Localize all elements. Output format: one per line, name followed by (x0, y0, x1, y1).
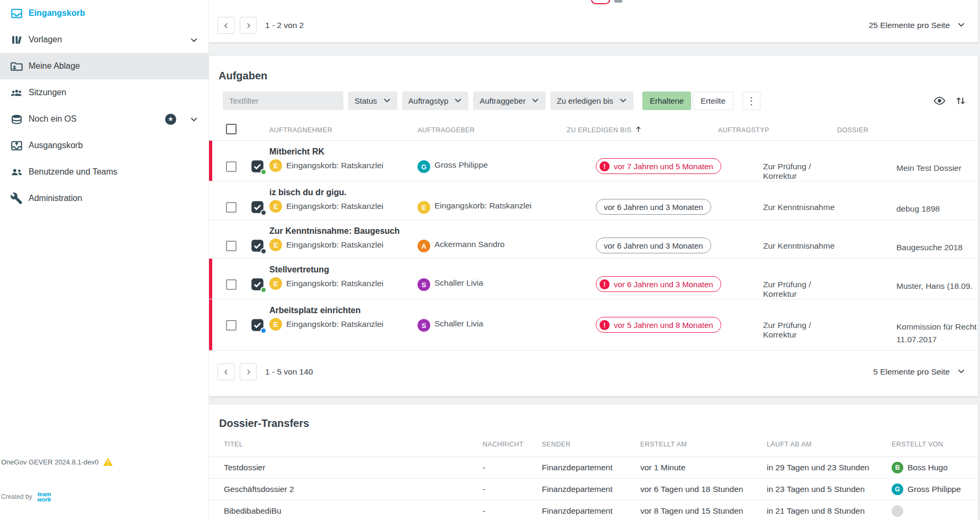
task-state-icon (250, 318, 265, 332)
visibility-icon[interactable] (933, 95, 946, 107)
dossier-cell: debug 1898 (837, 181, 978, 220)
auftraggeber-avatar: G (418, 160, 430, 173)
tasks-title: Aufgaben (209, 56, 978, 82)
warning-icon[interactable] (103, 457, 113, 467)
task-title[interactable]: Stellvertretung (269, 265, 418, 275)
per-page-select[interactable]: 25 Elemente pro Seite (869, 20, 966, 32)
filter-dropdown-auftraggeber[interactable]: Auftraggeber (473, 92, 546, 110)
creator-avatar: B (892, 462, 903, 473)
column-auftragnehmer[interactable]: AUFTRAGNEHMER (269, 126, 418, 134)
row-checkbox[interactable] (226, 202, 237, 213)
auftraggeber-avatar: S (418, 278, 430, 291)
per-page-select[interactable]: 5 Elemente pro Seite (873, 366, 966, 378)
sidebar-nav: Eingangskorb ★ Vorlagen ★ Meine Ablage ★… (0, 0, 208, 212)
table-row[interactable]: BibedibabediBu - Finanzdepartement vor 8… (209, 500, 978, 520)
transfer-erstellt-von-label: Boss Hugo (908, 463, 948, 472)
column-dossier[interactable]: DOSSIER (837, 126, 978, 134)
tasks-table-body: Mitbericht RK E Eingangskorb: Ratskanzle… (209, 141, 978, 351)
table-row[interactable]: Mitbericht RK E Eingangskorb: Ratskanzle… (209, 141, 978, 181)
chevron-down-icon (530, 95, 540, 107)
transfers-table-body: Testdossier - Finanzdepartement vor 1 Mi… (209, 457, 978, 520)
due-cell: ! vor 6 Jahren und 3 Monaten (567, 259, 718, 299)
sidebar: Eingangskorb ★ Vorlagen ★ Meine Ablage ★… (0, 0, 209, 520)
table-row[interactable]: Testdossier - Finanzdepartement vor 1 Mi… (209, 457, 978, 479)
transfer-titel[interactable]: Geschäftsdossier 2 (224, 485, 483, 494)
column-nachricht: NACHRICHT (483, 441, 542, 448)
text-filter-input[interactable] (223, 92, 343, 110)
task-title[interactable]: iz bisch du dr gigu. (269, 188, 418, 197)
filter-dropdown-status[interactable]: Status (348, 92, 397, 110)
filter-dropdown-auftragstyp[interactable]: Auftragstyp (402, 92, 469, 110)
sidebar-item-ausgangskorb[interactable]: Ausgangskorb ★ (0, 132, 208, 159)
chevron-down-icon[interactable] (189, 35, 199, 45)
sidebar-item-benutzende-und-teams[interactable]: Benutzende und Teams ★ (0, 159, 208, 185)
filter-dropdown-label: Zu erledigen bis (557, 96, 613, 105)
chevron-down-icon[interactable] (189, 114, 199, 124)
task-status-dot (260, 327, 267, 334)
table-row[interactable]: Zur Kenntnisnahme: Baugesuch E Eingangsk… (209, 220, 978, 259)
column-auftraggeber[interactable]: AUFTRAGGEBER (418, 126, 567, 134)
auftraggeber-avatar: S (418, 319, 430, 332)
sidebar-item-eingangskorb[interactable]: Eingangskorb ★ (0, 0, 208, 26)
sidebar-item-administration[interactable]: Administration ★ (0, 185, 208, 212)
table-row[interactable]: Geschäftsdossier 2 - Finanzdepartement v… (209, 479, 978, 500)
sidebar-item-vorlagen[interactable]: Vorlagen ★ (0, 26, 208, 53)
column-laeuft-ab-am: LÄUFT AB AM (767, 441, 892, 448)
sidebar-item-label: Eingangskorb (29, 8, 85, 18)
column-zu-erledigen-bis[interactable]: ZU ERLEDIGEN BIS (567, 125, 718, 135)
teamwork-logo[interactable]: team work (38, 491, 51, 502)
column-erstellt-am: ERSTELLT AM (640, 441, 767, 448)
task-title[interactable]: Arbeitsplatz einrichten (269, 306, 418, 315)
sidebar-item-sitzungen[interactable]: Sitzungen ★ (0, 79, 208, 106)
due-badge: ! vor 5 Jahren und 8 Monaten (596, 317, 721, 333)
prev-page-button[interactable] (217, 363, 234, 380)
issued-tasks-toggle[interactable]: Erteilte (693, 92, 733, 110)
auftraggeber-cell: A Ackermann Sandro (418, 220, 567, 258)
sidebar-item-label: Vorlagen (29, 35, 62, 44)
sort-direction-icon[interactable] (955, 95, 966, 106)
sidebar-item-noch-ein-os[interactable]: Noch ein OS ★ (0, 106, 208, 132)
select-all-checkbox[interactable] (226, 124, 237, 134)
tasks-filter-bar: Status Auftragstyp Auftraggeber Zu erled… (209, 82, 978, 110)
auftragnehmer-label: Eingangskorb: Ratskanzlei (286, 320, 384, 329)
transfer-nachricht: - (483, 463, 542, 472)
table-row[interactable]: Stellvertretung E Eingangskorb: Ratskanz… (209, 259, 978, 299)
received-tasks-toggle[interactable]: Erhaltene (642, 92, 691, 110)
transfer-sender: Finanzdepartement (542, 485, 640, 494)
transfer-laeuft-ab-am: in 21 Tagen und 8 Stunden (767, 506, 892, 516)
auftraggeber-avatar: A (418, 240, 430, 252)
auftragnehmer-avatar: E (269, 239, 282, 251)
next-page-button[interactable] (240, 17, 257, 34)
transfer-erstellt-am: vor 8 Tagen und 15 Stunden (640, 506, 767, 516)
filter-dropdown-zu-erledigen-bis[interactable]: Zu erledigen bis (550, 92, 633, 110)
row-checkbox[interactable] (226, 161, 237, 172)
row-checkbox[interactable] (226, 320, 237, 331)
column-auftragstyp[interactable]: AUFTRAGSTYP (718, 126, 837, 134)
users-icon (10, 165, 23, 179)
row-checkbox[interactable] (226, 241, 237, 251)
auftraggeber-cell: S Schaller Livia (418, 299, 567, 350)
table-row[interactable]: iz bisch du dr gigu. E Eingangskorb: Rat… (209, 181, 978, 220)
auftragstyp-label: Zur Kenntnisnahme (718, 181, 837, 220)
chevron-down-icon (382, 95, 392, 107)
next-page-button[interactable] (240, 363, 257, 380)
task-title[interactable]: Mitbericht RK (269, 147, 418, 157)
prev-page-button[interactable] (217, 17, 234, 34)
transfer-titel[interactable]: Testdossier (224, 463, 483, 472)
auftragnehmer-label: Eingangskorb: Ratskanzlei (286, 279, 384, 288)
transfer-erstellt-von-label: Gross Philippe (908, 485, 961, 494)
overdue-bar (209, 259, 212, 299)
more-actions-button[interactable]: ⋮ (742, 92, 760, 110)
due-label: vor 5 Jahren und 8 Monaten (614, 321, 713, 330)
auftragstyp-label: Zur Prüfung / Korrektur (718, 259, 837, 299)
table-row[interactable]: Arbeitsplatz einrichten E Eingangskorb: … (209, 299, 978, 351)
due-badge: ! vor 6 Jahren und 3 Monaten (596, 238, 711, 253)
task-title[interactable]: Zur Kenntnisnahme: Baugesuch (269, 226, 418, 236)
task-status-dot (260, 209, 267, 216)
auftragnehmer-label: Eingangskorb: Ratskanzlei (286, 202, 384, 211)
row-checkbox[interactable] (226, 279, 237, 290)
received-issued-toggle: Erhaltene Erteilte (642, 92, 733, 110)
transfer-titel[interactable]: BibedibabediBu (224, 506, 483, 516)
sidebar-item-meine-ablage[interactable]: Meine Ablage ★ (0, 53, 208, 79)
meeting-icon (10, 86, 23, 99)
